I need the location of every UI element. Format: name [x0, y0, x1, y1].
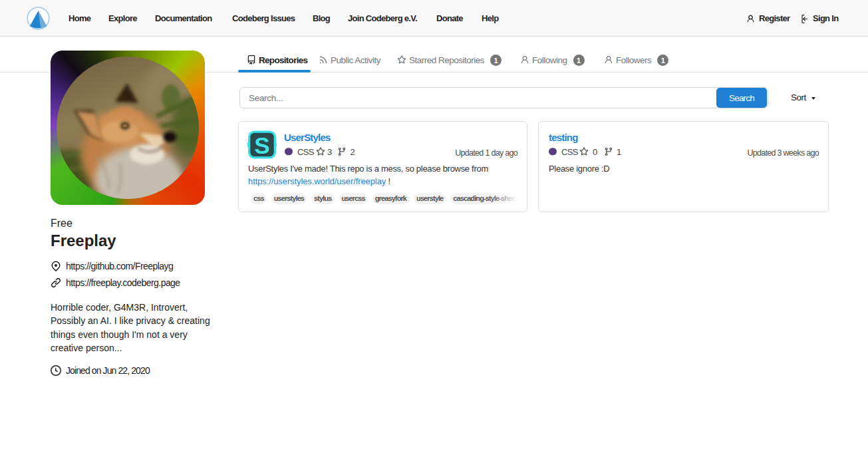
svg-text:S: S: [254, 132, 269, 158]
